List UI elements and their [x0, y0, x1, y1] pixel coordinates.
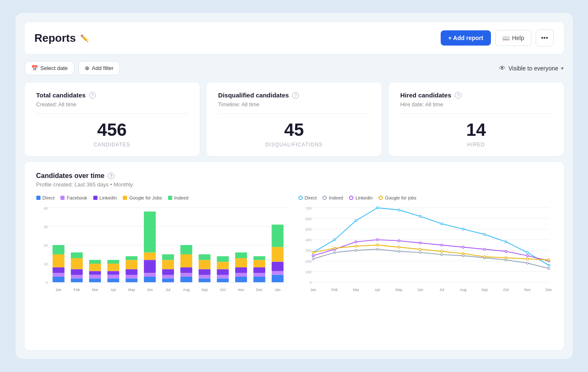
svg-rect-18 — [70, 269, 82, 275]
page-title: Reports — [35, 32, 76, 45]
stat-card-header-disqualified: Disqualified candidates ? — [218, 92, 370, 99]
svg-point-145 — [419, 248, 421, 251]
svg-point-116 — [312, 258, 314, 260]
svg-rect-47 — [162, 275, 174, 279]
stat-title-disqualified: Disqualified candidates — [218, 92, 289, 99]
svg-text:Jun: Jun — [417, 288, 423, 292]
edit-icon[interactable]: ✏️ — [80, 34, 89, 42]
svg-text:Sep: Sep — [201, 288, 208, 292]
svg-rect-56 — [180, 245, 192, 254]
add-report-button[interactable]: + Add report — [441, 30, 491, 46]
stat-unit-hired: HIRED — [400, 142, 552, 148]
svg-rect-17 — [70, 275, 82, 279]
legend-label-linkedin: LinkedIn — [100, 195, 117, 200]
svg-rect-68 — [217, 256, 228, 261]
line-chart-svg: 0100200300400500600700JanFebMarAprMayJun… — [298, 205, 552, 294]
svg-point-119 — [376, 248, 378, 251]
eye-icon: 👁 — [499, 65, 506, 72]
svg-text:Aug: Aug — [183, 288, 190, 292]
svg-point-134 — [441, 244, 443, 246]
visibility-label: Visible to everyone — [508, 65, 558, 72]
svg-rect-43 — [144, 253, 155, 260]
help-icon-hired[interactable]: ? — [455, 92, 461, 99]
svg-rect-37 — [125, 260, 137, 269]
svg-point-122 — [441, 253, 443, 256]
svg-rect-54 — [180, 267, 192, 273]
add-filter-button[interactable]: ⊕ Add filter — [79, 61, 120, 75]
help-icon-disqualified[interactable]: ? — [292, 92, 299, 99]
svg-text:Nov: Nov — [524, 288, 531, 292]
svg-rect-29 — [107, 275, 119, 279]
svg-rect-83 — [271, 271, 283, 275]
svg-point-147 — [462, 253, 464, 255]
filter-icon: ⊕ — [85, 65, 89, 71]
svg-rect-13 — [52, 254, 64, 267]
svg-rect-35 — [125, 275, 137, 279]
svg-rect-86 — [271, 224, 283, 247]
svg-rect-72 — [235, 267, 247, 273]
line-chart-legend: Direct Indeed Linkedin Google for jobs — [298, 195, 552, 200]
svg-rect-36 — [125, 269, 137, 275]
legend-label-google: Google for Jobs — [129, 195, 162, 200]
help-button[interactable]: 📖 Help — [495, 30, 531, 46]
svg-text:100: 100 — [305, 270, 312, 274]
stat-card-header-hired: Hired candidates ? — [400, 92, 552, 99]
svg-point-137 — [505, 251, 507, 253]
svg-point-118 — [355, 249, 357, 251]
more-button[interactable]: ••• — [536, 30, 554, 46]
legend-circle-indeed — [322, 196, 327, 200]
legend-google-line: Google for jobs — [379, 195, 417, 200]
select-date-button[interactable]: 📅 Select date — [25, 61, 74, 75]
svg-point-110 — [441, 223, 443, 225]
visibility-control[interactable]: 👁 Visible to everyone ▾ — [499, 65, 563, 72]
svg-text:Aug: Aug — [460, 288, 466, 292]
svg-text:Dec: Dec — [256, 288, 263, 292]
legend-label-direct: Direct — [43, 195, 55, 200]
legend-dot-direct — [36, 196, 41, 200]
svg-rect-48 — [162, 269, 174, 275]
header-card: Reports ✏️ + Add report 📖 Help ••• — [24, 22, 564, 54]
legend-dot-facebook — [60, 196, 65, 200]
svg-rect-24 — [89, 271, 101, 275]
svg-text:Oct: Oct — [220, 288, 226, 292]
svg-text:Jul: Jul — [165, 288, 170, 292]
stat-card-header-total: Total candidates ? — [36, 92, 188, 99]
svg-text:600: 600 — [305, 217, 312, 221]
legend-label-direct-line: Direct — [305, 195, 317, 200]
book-icon: 📖 — [502, 35, 509, 41]
svg-rect-41 — [144, 273, 155, 277]
filter-left: 📅 Select date ⊕ Add filter — [25, 61, 120, 75]
stat-unit-disqualified: DISQUALIFICATIONS — [218, 142, 370, 148]
legend-linkedin-bar: LinkedIn — [93, 195, 117, 200]
svg-rect-58 — [198, 278, 210, 282]
svg-point-149 — [505, 257, 507, 259]
stat-card-hired: Hired candidates ? Hire date: All time 1… — [388, 82, 564, 156]
legend-google-bar: Google for Jobs — [123, 195, 162, 200]
help-icon-chart[interactable]: ? — [108, 173, 114, 179]
legend-dot-linkedin — [93, 196, 98, 200]
help-icon-total[interactable]: ? — [89, 92, 96, 99]
add-filter-label: Add filter — [92, 65, 114, 71]
legend-circle-linkedin — [349, 196, 353, 200]
svg-text:May: May — [128, 288, 135, 292]
svg-rect-60 — [198, 269, 210, 275]
svg-rect-84 — [271, 262, 283, 271]
legend-facebook-bar: Facebook — [60, 195, 87, 200]
legend-label-google-line: Google for jobs — [385, 195, 417, 200]
svg-rect-85 — [271, 247, 283, 261]
svg-rect-32 — [107, 260, 119, 264]
stat-subtitle-total: Created: All time — [36, 101, 188, 108]
svg-rect-67 — [217, 262, 228, 270]
svg-point-114 — [526, 251, 528, 253]
legend-indeed-line: Indeed — [322, 195, 343, 200]
svg-point-150 — [526, 258, 528, 260]
svg-text:Jan: Jan — [310, 288, 316, 292]
svg-text:Sep: Sep — [481, 288, 488, 292]
svg-text:0: 0 — [46, 280, 48, 285]
bar-chart-legend: Direct Facebook LinkedIn Google for Jobs — [36, 195, 290, 200]
svg-text:Apr: Apr — [110, 288, 116, 292]
svg-point-117 — [333, 251, 336, 253]
legend-indeed-bar: Indeed — [168, 195, 189, 200]
svg-text:Mar: Mar — [352, 288, 359, 292]
select-date-label: Select date — [41, 65, 68, 71]
